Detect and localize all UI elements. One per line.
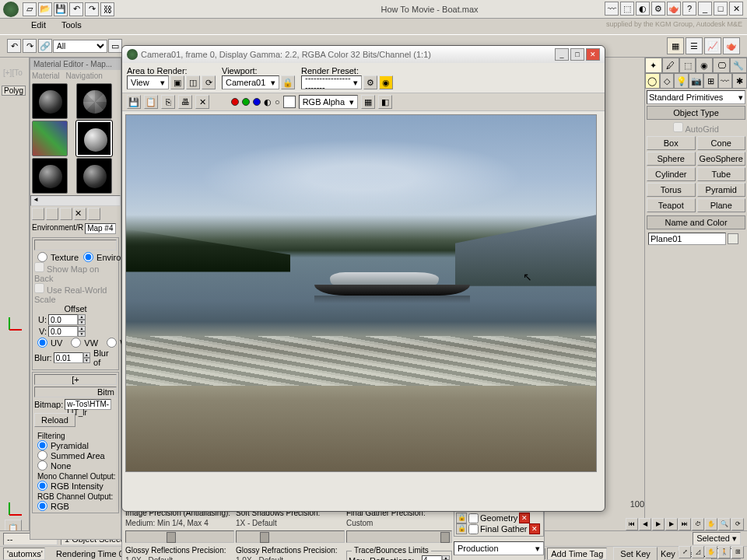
minimize-icon[interactable]: _ <box>698 2 712 16</box>
max-refl-input[interactable] <box>422 555 442 560</box>
soft-shadow-slider[interactable] <box>236 530 345 543</box>
get-material-icon[interactable] <box>32 208 44 220</box>
object-color-swatch[interactable] <box>728 233 738 244</box>
add-time-tag[interactable]: Add Time Tag <box>547 548 607 560</box>
motion-tab-icon[interactable]: ◉ <box>696 58 713 73</box>
plane-button[interactable]: Plane <box>697 198 746 212</box>
material-slot-4[interactable] <box>76 121 112 156</box>
new-icon[interactable]: ▱ <box>23 2 37 16</box>
clone-image-icon[interactable]: ⎘ <box>161 95 175 109</box>
fg-lock-icon[interactable]: 🔒 <box>456 523 467 534</box>
lock-viewport-icon[interactable]: 🔒 <box>281 75 295 89</box>
create-tab-icon[interactable]: ✦ <box>645 58 662 73</box>
rgb-intensity-radio[interactable] <box>37 481 47 491</box>
zoom-ext-icon[interactable]: ⤢ <box>679 546 691 558</box>
nav-orbit-icon[interactable]: ⟳ <box>731 518 744 530</box>
w-radio[interactable] <box>107 338 117 348</box>
area-dropdown[interactable]: View▾ <box>127 75 169 89</box>
put-material-icon[interactable] <box>46 208 58 220</box>
mat-menu-material[interactable]: Material <box>32 72 60 80</box>
blue-channel-toggle[interactable] <box>253 98 261 106</box>
maximize-button[interactable]: □ <box>570 48 584 61</box>
cameras-cat-icon[interactable]: 📷 <box>689 73 703 89</box>
slot-scrollbar[interactable] <box>30 195 121 206</box>
set-key-button[interactable]: Set Key <box>613 547 658 561</box>
clear-icon[interactable]: ✕ <box>195 95 209 109</box>
render-setup2-icon[interactable]: ⚙ <box>363 75 377 89</box>
material-slot-2[interactable] <box>76 83 112 119</box>
img-precision-slider[interactable] <box>125 530 234 543</box>
object-name-input[interactable] <box>648 233 726 245</box>
max-viewport-icon[interactable]: ⊞ <box>731 546 744 558</box>
align-icon[interactable]: ▦ <box>667 37 684 54</box>
material-slot-1[interactable] <box>32 83 68 119</box>
layers-icon[interactable]: ☰ <box>686 37 703 54</box>
auto-region-icon[interactable]: ◫ <box>186 75 200 89</box>
pan-icon[interactable]: ✋ <box>705 546 717 558</box>
name-color-header[interactable]: Name and Color <box>647 215 745 229</box>
teapot-render-icon[interactable]: 🫖 <box>723 37 740 54</box>
summed-area-radio[interactable] <box>37 450 47 460</box>
geom-clear-button[interactable]: ✕ <box>519 513 530 523</box>
schematic-icon[interactable]: ⬚ <box>620 2 634 16</box>
open-icon[interactable]: 📂 <box>38 2 52 16</box>
reload-button[interactable]: Reload <box>34 413 75 427</box>
box-button[interactable]: Box <box>647 136 696 150</box>
torus-button[interactable]: Torus <box>647 183 696 197</box>
cylinder-button[interactable]: Cylinder <box>647 167 696 181</box>
mat-menu-navigation[interactable]: Navigation <box>66 72 103 80</box>
time-config-icon[interactable]: ⏱ <box>692 518 704 530</box>
bitmap-path-field[interactable]: w-Tos\HTM-LIT_lr <box>65 399 111 410</box>
render-icon[interactable]: 🫖 <box>667 2 681 16</box>
nav-zoom-icon[interactable]: 🔍 <box>718 518 731 530</box>
goto-start-icon[interactable]: ⏮ <box>626 518 638 530</box>
modifier-tab[interactable]: Polyg <box>2 86 26 96</box>
goto-end-icon[interactable]: ⏭ <box>679 518 691 530</box>
curve-editor-icon[interactable]: 〰 <box>605 2 619 16</box>
menu-tools[interactable]: Tools <box>54 19 89 34</box>
select-link-icon[interactable]: 🔗 <box>38 39 52 53</box>
walk-icon[interactable]: 🚶 <box>718 546 731 558</box>
fg-precision-slider[interactable] <box>346 530 452 543</box>
viewport-dropdown[interactable]: Camera01▾ <box>222 75 279 89</box>
material-slot-3[interactable] <box>32 121 68 156</box>
red-channel-toggle[interactable] <box>231 98 239 106</box>
curve-icon[interactable]: 📈 <box>704 37 721 54</box>
geometry-check[interactable] <box>468 513 479 523</box>
redo-icon[interactable]: ↷ <box>85 2 99 16</box>
object-type-header[interactable]: Object Type <box>647 106 745 120</box>
selection-lock-dropdown[interactable]: Selected ▾ <box>693 532 741 545</box>
helpers-cat-icon[interactable]: ⊞ <box>703 73 718 89</box>
close-icon[interactable]: ✕ <box>729 2 743 16</box>
toggle-overlay-icon[interactable]: ▦ <box>361 95 375 109</box>
menu-edit[interactable]: Edit <box>23 19 54 34</box>
close-button[interactable]: ✕ <box>586 48 600 61</box>
alpha-toggle[interactable]: ◐ <box>264 97 272 107</box>
assign-material-icon[interactable] <box>60 208 72 220</box>
utilities-tab-icon[interactable]: 🔧 <box>730 58 747 73</box>
primitive-dropdown[interactable]: Standard Primitives▾ <box>647 90 745 104</box>
material-slot-5[interactable] <box>32 158 68 194</box>
geosphere-button[interactable]: GeoSphere <box>697 152 746 166</box>
environ-radio[interactable] <box>83 252 93 262</box>
modify-tab-icon[interactable]: 🖊 <box>662 58 679 73</box>
nav-pan-icon[interactable]: ✋ <box>705 518 717 530</box>
vw-radio[interactable] <box>71 338 81 348</box>
redo2-icon[interactable]: ↷ <box>23 39 37 53</box>
spacewarps-cat-icon[interactable]: 〰 <box>718 73 733 89</box>
save-icon[interactable]: 💾 <box>54 2 68 16</box>
final-gather-check[interactable] <box>468 524 479 534</box>
preset-dropdown[interactable]: -----------------------▾ <box>301 75 362 89</box>
maximize-icon[interactable]: □ <box>714 2 728 16</box>
toggle-ui-icon[interactable]: ◧ <box>378 95 392 109</box>
tube-button[interactable]: Tube <box>697 167 746 181</box>
production-dropdown[interactable]: Production▾ <box>454 541 544 555</box>
display-tab-icon[interactable]: 🖵 <box>713 58 730 73</box>
pyramid-button[interactable]: Pyramid <box>697 183 746 197</box>
v-offset-input[interactable] <box>48 326 78 337</box>
undo2-icon[interactable]: ↶ <box>7 39 21 53</box>
pyramidal-radio[interactable] <box>37 440 47 450</box>
blur-input[interactable] <box>54 352 83 363</box>
geometry-cat-icon[interactable]: ◯ <box>645 73 660 89</box>
bg-swatch[interactable] <box>283 96 296 108</box>
